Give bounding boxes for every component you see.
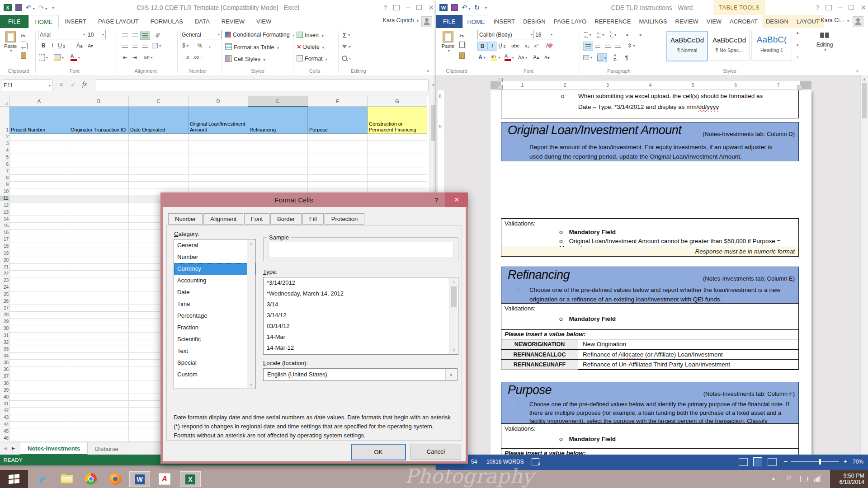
clock[interactable]: 9:50 PM 6/18/2014 bbox=[830, 470, 868, 488]
header-cell-C1[interactable]: Date Originated bbox=[129, 107, 189, 134]
confirm-entry-icon[interactable]: ✓ bbox=[71, 81, 75, 88]
increase-indent-button[interactable]: ⇥ bbox=[130, 53, 139, 61]
row-header-3[interactable]: 3 bbox=[0, 141, 10, 146]
row-header-40[interactable]: 40 bbox=[0, 394, 10, 399]
header-cell-G1[interactable]: Construction or Permanent Financing bbox=[368, 107, 427, 134]
scroll-up-icon[interactable]: ▲ bbox=[861, 75, 868, 81]
row-header-4[interactable]: 4 bbox=[0, 148, 10, 153]
save-icon[interactable] bbox=[15, 4, 22, 11]
qat-customize-icon[interactable]: ▾ bbox=[52, 5, 54, 10]
row-header-42[interactable]: 42 bbox=[0, 408, 10, 413]
row-header-30[interactable]: 30 bbox=[0, 326, 10, 331]
category-scrollbar[interactable]: ∧ ∨ bbox=[247, 240, 255, 388]
format-painter-icon[interactable] bbox=[459, 52, 465, 59]
sheet-tab[interactable]: Notes-Investments bbox=[20, 442, 88, 455]
word-ribbon-tab[interactable]: FILE bbox=[436, 15, 462, 28]
category-option[interactable]: Accounting bbox=[174, 275, 255, 286]
excel-ribbon-tab[interactable]: PAGE LAYOUT bbox=[92, 15, 145, 28]
dialog-tab[interactable]: Alignment bbox=[203, 213, 243, 225]
category-list[interactable]: ∧ ∨ GeneralNumberCurrencyAccountingDateT… bbox=[174, 239, 256, 389]
bold-button[interactable]: B bbox=[39, 42, 48, 50]
ribbon-options-icon[interactable] bbox=[393, 5, 400, 10]
scroll-up-icon[interactable]: ∧ bbox=[450, 278, 458, 286]
redo-icon[interactable]: ↷▾ bbox=[38, 4, 47, 12]
fill-color-button[interactable]: ▾ bbox=[54, 53, 63, 61]
category-option[interactable]: Date bbox=[174, 286, 255, 298]
row-header-35[interactable]: 35 bbox=[0, 360, 10, 365]
word-ribbon-tab[interactable]: MAILINGS bbox=[635, 15, 671, 28]
word-ribbon-tab[interactable]: HOME bbox=[462, 15, 489, 28]
formula-input[interactable] bbox=[95, 80, 429, 91]
row-header-37[interactable]: 37 bbox=[0, 374, 10, 379]
restore-icon[interactable] bbox=[416, 5, 422, 10]
sort-filter-icon[interactable]: ▾ bbox=[342, 42, 351, 51]
type-option[interactable]: 3/14 bbox=[264, 299, 458, 310]
insert-cells-button[interactable]: Insert ▾ bbox=[297, 32, 324, 38]
clear-formatting-icon[interactable]: A bbox=[544, 42, 553, 50]
font-color-button[interactable]: A▾ bbox=[71, 53, 80, 61]
align-center-button[interactable] bbox=[130, 42, 139, 50]
sheet-tab[interactable]: Disburse bbox=[88, 442, 126, 455]
strikethrough-button[interactable]: abc bbox=[511, 42, 520, 50]
sort-button[interactable]: AZ↓ bbox=[611, 53, 620, 61]
row-header-27[interactable]: 27 bbox=[0, 305, 10, 310]
column-header-B[interactable]: B bbox=[69, 96, 129, 107]
web-layout-icon[interactable] bbox=[768, 458, 777, 466]
row-header-44[interactable]: 44 bbox=[0, 422, 10, 427]
print-layout-icon[interactable] bbox=[753, 457, 762, 466]
word-ribbon-tab[interactable]: VIEW bbox=[703, 15, 726, 28]
save-icon[interactable] bbox=[451, 4, 458, 11]
line-spacing-button[interactable]: ⇕▾ bbox=[627, 42, 636, 50]
text-effects-button[interactable]: A▾ bbox=[477, 53, 486, 61]
bullets-button[interactable]: •–•–▾ bbox=[583, 31, 592, 39]
excel-ribbon-tab[interactable]: FILE bbox=[0, 15, 28, 28]
row-header-34[interactable]: 34 bbox=[0, 353, 10, 358]
header-cell-D1[interactable]: Original Loan/Investment Amount bbox=[189, 107, 248, 134]
word-ribbon-tab[interactable]: DESIGN bbox=[519, 15, 550, 28]
cancel-button[interactable]: Cancel bbox=[410, 444, 461, 460]
font-color-button[interactable]: A▾ bbox=[505, 53, 514, 61]
type-option[interactable]: *Wednesday, March 14, 2012 bbox=[264, 288, 458, 299]
zoom-slider-thumb[interactable] bbox=[819, 459, 821, 465]
row-header-6[interactable]: 6 bbox=[0, 162, 10, 167]
comma-style-button[interactable]: , bbox=[205, 42, 214, 50]
excel-user-name[interactable]: Kara Ciprich ▾ bbox=[383, 17, 419, 23]
font-name-select[interactable]: Calibri (Body)▾ bbox=[477, 30, 534, 39]
redo-icon[interactable]: ↻ bbox=[474, 4, 480, 12]
orientation-button[interactable]: ab bbox=[151, 29, 164, 41]
word-vscrollbar[interactable]: ▲ bbox=[860, 75, 868, 455]
number-format-select[interactable]: General▾ bbox=[180, 30, 222, 39]
type-option[interactable]: 14-Mar-12 bbox=[264, 343, 458, 353]
undo-icon[interactable]: ↶▾ bbox=[462, 4, 471, 12]
percent-style-button[interactable]: % bbox=[195, 42, 204, 50]
row-header-8[interactable]: 8 bbox=[0, 175, 10, 180]
show-marks-button[interactable]: ¶ bbox=[622, 53, 631, 61]
excel-ribbon-tab[interactable]: REVIEW bbox=[216, 15, 250, 28]
conditional-formatting-button[interactable]: Conditional Formatting ▾ bbox=[225, 32, 294, 38]
row-header-23[interactable]: 23 bbox=[0, 278, 10, 283]
paste-button[interactable]: Paste▾ bbox=[3, 31, 18, 53]
align-center-button[interactable] bbox=[593, 42, 602, 50]
autosum-button[interactable]: Σ▾ bbox=[342, 31, 351, 39]
cancel-entry-icon[interactable]: ✕ bbox=[59, 81, 64, 88]
type-list[interactable]: ∧ ∨ *3/14/2012*Wednesday, March 14, 2012… bbox=[263, 277, 458, 355]
word-ribbon-tab[interactable]: REVIEW bbox=[671, 15, 703, 28]
dialog-tab[interactable]: Font bbox=[244, 213, 269, 225]
row-header-12[interactable]: 12 bbox=[0, 203, 10, 208]
close-icon[interactable]: ✕ bbox=[860, 4, 866, 12]
row-header-38[interactable]: 38 bbox=[0, 381, 10, 386]
excel-ribbon-tab[interactable]: INSERT bbox=[59, 15, 92, 28]
row-header-29[interactable]: 29 bbox=[0, 319, 10, 324]
word-ribbon-tab[interactable]: REFERENCE bbox=[590, 15, 635, 28]
category-option[interactable]: Number bbox=[174, 251, 255, 263]
align-middle-button[interactable] bbox=[130, 31, 139, 39]
excel-ribbon-tab[interactable]: DATA bbox=[189, 15, 216, 28]
row-header-2[interactable]: 2 bbox=[0, 134, 10, 139]
find-select-icon[interactable]: ▾ bbox=[342, 54, 351, 62]
styles-gallery-scroll[interactable]: ▲▼≡ bbox=[794, 31, 801, 60]
dialog-close-icon[interactable]: ✕ bbox=[445, 192, 468, 207]
word-ribbon-tab[interactable]: DESIGN bbox=[762, 15, 793, 28]
shrink-font-button[interactable]: A▾ bbox=[86, 42, 95, 50]
zoom-out-icon[interactable]: − bbox=[784, 458, 788, 465]
scroll-down-icon[interactable]: ∨ bbox=[450, 346, 458, 354]
